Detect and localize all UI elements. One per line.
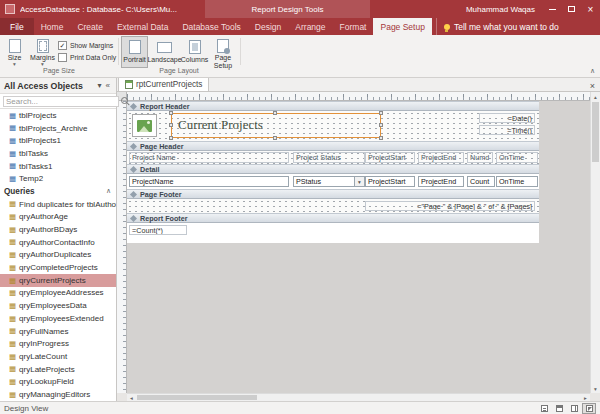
nav-item-query[interactable]: ▦qryAuthorAge [0,211,116,224]
column-header-label[interactable]: ProjectEnd [418,152,464,163]
nav-item-query[interactable]: ▦qryEmployeesData [0,299,116,312]
tab-home[interactable]: Home [34,18,71,35]
field-textbox[interactable]: ProjectName [129,176,289,187]
document-tab-rptCurrentProjects[interactable]: rptCurrentProjects [118,77,209,91]
nav-item-query[interactable]: ▦qryCompletedProjects [0,261,116,274]
shutter-bar-close-icon[interactable]: « [104,81,112,90]
layout-view-button[interactable] [567,403,581,414]
report-view-button[interactable] [537,403,551,414]
vertical-scrollbar-thumb[interactable] [592,102,599,162]
margins-button[interactable]: Margins ▾ [28,36,57,68]
report-header-section-bar[interactable]: Report Header [127,101,539,111]
scroll-down-icon[interactable]: ▾ [591,384,600,393]
title-label-control-selected[interactable]: Current Projects [171,113,381,138]
tab-file[interactable]: File [0,18,34,35]
resize-handle[interactable] [169,136,173,140]
column-header-label[interactable]: Project Status [293,152,365,163]
column-header-label[interactable]: Project Name [129,152,289,163]
field-textbox[interactable]: OnTime [496,176,538,187]
resize-handle[interactable] [379,111,383,115]
combobox-dropdown-icon[interactable]: ▾ [354,177,364,186]
print-data-only-checkbox[interactable]: Print Data Only [58,53,116,62]
resize-handle[interactable] [273,111,277,115]
logo-image-control[interactable] [132,114,157,137]
nav-item-query[interactable]: ▦qryLateCount [0,350,116,363]
scroll-up-icon[interactable]: ▴ [591,92,600,101]
nav-item-query-selected[interactable]: ▦qryCurrentProjects [0,274,116,287]
scroll-right-icon[interactable]: ▸ [581,394,590,401]
nav-menu-chevron-icon[interactable]: ▾ [96,81,104,90]
resize-handle[interactable] [379,136,383,140]
column-header-label[interactable]: ProjectStart [365,152,415,163]
horizontal-scrollbar[interactable]: ◂ ▸ [127,393,590,401]
tab-external-data[interactable]: External Data [110,18,176,35]
query-icon: ▦ [9,302,16,310]
report-footer-section-bar[interactable]: Report Footer [127,213,539,223]
nav-item-query[interactable]: ▦qryAuthorBDays [0,223,116,236]
nav-item-query[interactable]: ▦qryInProgress [0,337,116,350]
tab-page-setup[interactable]: Page Setup [373,18,431,35]
nav-item-query[interactable]: ▦qryLateProjects [0,363,116,376]
tab-arrange[interactable]: Arrange [288,18,332,35]
tell-me-box[interactable]: Tell me what you want to do [436,18,559,35]
nav-item-table[interactable]: ▦tblTasks1 [0,160,116,173]
nav-item-query[interactable]: ▦Find duplicates for tblAuthors [0,198,116,211]
column-header-label[interactable]: OnTime [496,152,538,163]
collapse-ribbon-icon[interactable]: ∧ [590,67,595,75]
page-footer-section-bar[interactable]: Page Footer [127,189,539,199]
vertical-ruler[interactable] [117,101,127,393]
nav-item-query[interactable]: ▦qryAuthorDuplicates [0,249,116,262]
scroll-left-icon[interactable]: ◂ [127,394,136,401]
landscape-button[interactable]: Landscape [149,36,180,68]
nav-item-table[interactable]: ▦tblProjects1 [0,134,116,147]
search-input[interactable] [3,96,119,107]
navigation-pane-header[interactable]: All Access Objects ▾ « [0,78,116,94]
field-textbox[interactable]: Count [467,176,495,187]
page-number-textbox[interactable]: ="Page " & [Page] & " of " & [Pages] [365,201,535,211]
field-textbox[interactable]: ProjectStart [365,176,415,187]
print-preview-button[interactable] [552,403,566,414]
size-button[interactable]: Size ▾ [2,36,27,68]
design-view-button[interactable] [582,403,596,414]
nav-item-table[interactable]: ▦tblTasks [0,147,116,160]
resize-handle[interactable] [273,136,277,140]
field-combobox[interactable]: PStatus ▾ [293,176,365,187]
show-margins-checkbox[interactable]: ✓ Show Margins [58,41,113,50]
horizontal-scrollbar-thumb[interactable] [137,395,257,400]
columns-button[interactable]: Columns [181,36,208,68]
maximize-button[interactable] [562,0,581,18]
count-textbox[interactable]: =Count(*) [129,225,187,235]
close-document-icon[interactable]: × [585,81,600,91]
field-textbox[interactable]: ProjectEnd [418,176,464,187]
nav-item-query[interactable]: ▦qryLookupField [0,375,116,388]
close-button[interactable]: × [581,0,600,18]
tab-design[interactable]: Design [248,18,288,35]
nav-item-query[interactable]: ▦qryEmployeeAddresses [0,287,116,300]
detail-section-bar[interactable]: Detail [127,164,539,174]
horizontal-ruler[interactable] [127,92,590,101]
landscape-button-label: Landscape [147,56,181,64]
page-setup-button[interactable]: Page Setup [209,36,237,68]
tab-format[interactable]: Format [333,18,374,35]
date-textbox-control[interactable]: =Date() [479,113,535,123]
page-header-section-bar[interactable]: Page Header [127,141,539,151]
document-tab-bar: rptCurrentProjects × [117,78,600,92]
resize-handle[interactable] [379,123,383,127]
nav-item-query[interactable]: ▦qryEmployeesExtended [0,312,116,325]
nav-group-queries[interactable]: Queries ∧ [0,185,116,198]
nav-item-query[interactable]: ▦qryFullNames [0,325,116,338]
minimize-button[interactable] [543,0,562,18]
nav-item-query[interactable]: ▦qryManagingEditors [0,388,116,401]
tab-database-tools[interactable]: Database Tools [175,18,247,35]
resize-handle[interactable] [169,123,173,127]
vertical-scrollbar[interactable]: ▴ ▾ [590,92,600,393]
nav-item-table[interactable]: ▦tblProjects [0,109,116,122]
resize-handle[interactable] [169,111,173,115]
time-textbox-control[interactable]: =Time() [479,125,535,135]
nav-item-query[interactable]: ▦qryAuthorContactInfo [0,236,116,249]
nav-item-table[interactable]: ▦Temp2 [0,172,116,185]
nav-item-table[interactable]: ▦tblProjects_Archive [0,122,116,135]
portrait-button[interactable]: Portrait [121,36,148,68]
column-header-label[interactable]: Numd [467,152,493,163]
tab-create[interactable]: Create [70,18,110,35]
